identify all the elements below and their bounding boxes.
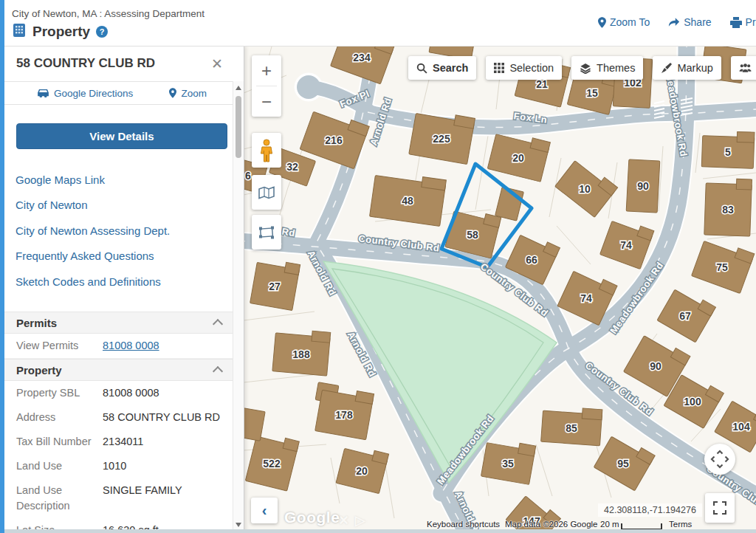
row-value-link[interactable]: 81008 0008	[103, 338, 159, 354]
markup-button[interactable]: Markup	[653, 56, 721, 80]
pan-arrows-icon	[710, 450, 729, 469]
search-icon	[416, 63, 427, 74]
section-header[interactable]: Permits	[4, 312, 244, 334]
layers-icon	[580, 63, 591, 74]
map-pin-icon	[598, 17, 606, 28]
house-number-label: 178	[335, 409, 353, 421]
house-number-label: 95	[617, 458, 629, 470]
panel-link[interactable]: Sketch Codes and Definitions	[16, 269, 244, 295]
zoom-in-button[interactable]: +	[252, 55, 281, 86]
page-title: Property	[32, 24, 90, 40]
house-number-label: 216	[325, 134, 343, 146]
house-number-label: 188	[292, 348, 310, 360]
abutters-button[interactable]: Abutters	[731, 56, 756, 80]
basemap-button[interactable]	[252, 175, 281, 210]
house-number-label: 66	[526, 254, 537, 266]
row-label: Land Use	[16, 458, 103, 474]
scroll-down-icon[interactable]	[236, 523, 241, 527]
house-number-label: 234	[353, 52, 371, 63]
scroll-up-icon[interactable]	[236, 86, 241, 90]
road-label: Rd	[281, 226, 296, 239]
zoom-control: + −	[252, 55, 281, 117]
house-number-label: 6	[245, 170, 251, 182]
row-value: SINGLE FAMILY	[103, 483, 182, 498]
zoom-link[interactable]: Zoom	[169, 88, 207, 99]
row-value: 2134011	[103, 434, 143, 450]
row-label: Address	[16, 410, 103, 425]
house-number-label: 48	[402, 195, 413, 207]
property-row: Tax Bill Number2134011	[4, 430, 244, 454]
house-number-label: 15	[586, 87, 598, 99]
help-icon[interactable]: ?	[96, 26, 108, 38]
app-header: City of Newton, MA : Assessing Departmen…	[0, 0, 756, 47]
search-button[interactable]: Search	[408, 56, 476, 80]
share-button[interactable]: Share	[668, 16, 711, 28]
parcel-address-title: 58 COUNTRY CLUB RD	[12, 56, 207, 71]
parcel-map[interactable]: Fox PlArnold RdFox LnMeadowbrook RdCount…	[244, 46, 756, 533]
terms-link[interactable]: Terms	[669, 520, 692, 529]
people-icon	[739, 63, 752, 73]
map-pin-icon	[169, 88, 176, 98]
row-label: Land Use Description	[16, 483, 103, 514]
row-label: View Permits	[16, 338, 103, 354]
map-toolbar: Search Selection Themes Markup Abutters	[408, 56, 756, 80]
pegman-button[interactable]	[252, 133, 281, 168]
property-row: Land Use1010	[4, 454, 244, 478]
close-icon[interactable]: ✕	[207, 55, 236, 72]
scrollbar-thumb[interactable]	[236, 96, 241, 158]
house-number-label: 225	[433, 133, 450, 145]
panel-sections: PermitsView Permits81008 0008PropertyPro…	[4, 312, 244, 533]
left-accent-bar	[0, 0, 4, 533]
section-title: Property	[16, 364, 214, 376]
coordinates-readout: 42.308118,-71.194276	[598, 503, 702, 517]
keyboard-shortcuts-link[interactable]: Keyboard shortcuts	[427, 520, 500, 529]
house-number-label: 20	[356, 465, 368, 477]
scale-label: 20 m	[600, 520, 619, 529]
print-button[interactable]: Print	[730, 16, 756, 28]
header-actions: Zoom To Share Print	[598, 16, 756, 28]
selection-button[interactable]: Selection	[486, 56, 562, 80]
view-details-button[interactable]: View Details	[16, 123, 227, 149]
panel-link[interactable]: City of Newton Assessing Dept.	[16, 219, 244, 244]
grid-icon	[494, 63, 504, 73]
zoom-to-button[interactable]: Zoom To	[598, 16, 650, 28]
themes-button[interactable]: Themes	[571, 56, 643, 80]
fullscreen-button[interactable]	[705, 493, 735, 523]
car-icon	[37, 89, 49, 97]
pan-button[interactable]	[704, 444, 735, 475]
section-header[interactable]: Property	[4, 359, 244, 381]
house-number-label: 90	[637, 180, 649, 192]
house-number-label: 10	[579, 183, 591, 195]
house-number-label: 83	[722, 204, 734, 216]
panel-link[interactable]: Frequently Asked Questions	[16, 244, 244, 269]
house-number-label: 35	[502, 458, 514, 470]
pegman-icon	[259, 139, 274, 162]
fullscreen-icon	[713, 501, 726, 515]
house-number-label: 100	[684, 396, 701, 408]
panel-link[interactable]: Google Maps Link	[16, 168, 244, 193]
panel-link[interactable]: City of Newton	[16, 193, 244, 218]
extent-button[interactable]	[252, 215, 281, 250]
bottom-edge-strip	[0, 529, 756, 533]
house-number-label: 67	[679, 310, 691, 322]
property-row: Property SBL81008 0008	[4, 381, 244, 405]
house-number-label: 58	[467, 229, 478, 241]
share-icon	[668, 17, 680, 27]
house-number-label: 104	[732, 421, 750, 433]
printer-icon	[730, 17, 742, 28]
panel-scrollbar[interactable]	[233, 81, 244, 533]
brush-icon	[661, 63, 672, 74]
property-row: Address58 COUNTRY CLUB RD	[4, 405, 244, 430]
house-number-label: 522	[263, 458, 281, 470]
row-label: Tax Bill Number	[16, 434, 103, 450]
row-value: 81008 0008	[103, 385, 159, 401]
house-number-label: 32	[286, 161, 298, 173]
map-icon	[258, 186, 275, 199]
zoom-out-button[interactable]: −	[252, 86, 281, 117]
google-directions-link[interactable]: Google Directions	[37, 88, 133, 99]
house-number-label: 5	[725, 146, 731, 158]
row-label: Property SBL	[16, 385, 103, 401]
map-area[interactable]: Fox PlArnold RdFox LnMeadowbrook RdCount…	[244, 46, 756, 533]
building-icon	[12, 23, 27, 41]
house-number-label: 27	[269, 281, 281, 292]
